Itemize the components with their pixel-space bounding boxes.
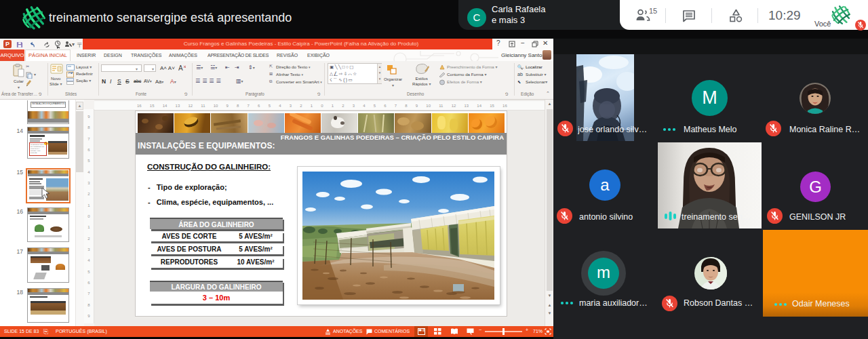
svg-text:A: A: [178, 64, 183, 72]
